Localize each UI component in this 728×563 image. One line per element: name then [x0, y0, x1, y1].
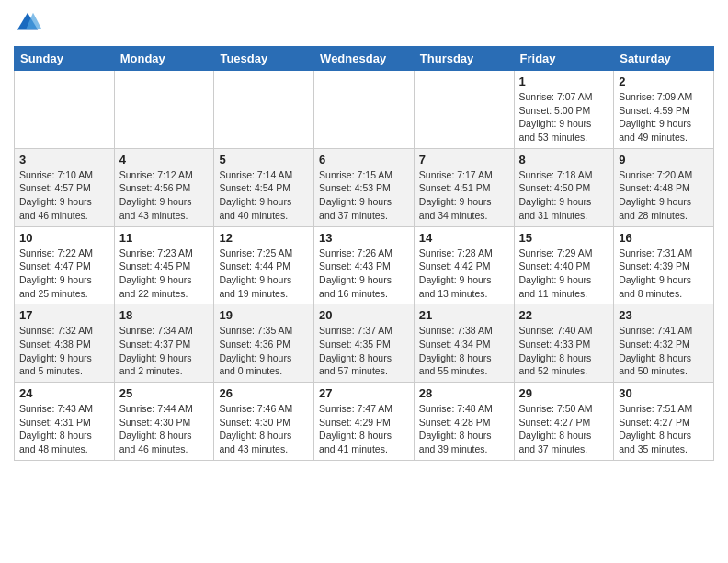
day-number: 5: [219, 153, 309, 167]
day-cell: [15, 71, 115, 149]
day-info: Sunrise: 7:41 AM Sunset: 4:32 PM Dayligh…: [619, 324, 709, 378]
calendar-header: SundayMondayTuesdayWednesdayThursdayFrid…: [15, 47, 714, 71]
day-number: 16: [619, 231, 709, 245]
day-info: Sunrise: 7:20 AM Sunset: 4:48 PM Dayligh…: [619, 168, 709, 223]
day-cell: 19Sunrise: 7:35 AM Sunset: 4:36 PM Dayli…: [214, 304, 314, 383]
day-number: 28: [419, 386, 509, 400]
day-info: Sunrise: 7:34 AM Sunset: 4:37 PM Dayligh…: [119, 324, 210, 378]
day-cell: 6Sunrise: 7:15 AM Sunset: 4:53 PM Daylig…: [314, 148, 415, 226]
day-number: 14: [419, 231, 509, 245]
day-number: 22: [519, 308, 609, 322]
day-cell: 8Sunrise: 7:18 AM Sunset: 4:50 PM Daylig…: [514, 148, 614, 226]
day-cell: 28Sunrise: 7:48 AM Sunset: 4:28 PM Dayli…: [414, 383, 514, 461]
day-number: 17: [19, 308, 109, 322]
day-info: Sunrise: 7:07 AM Sunset: 5:00 PM Dayligh…: [519, 90, 609, 144]
day-info: Sunrise: 7:40 AM Sunset: 4:33 PM Dayligh…: [519, 324, 609, 378]
day-cell: 30Sunrise: 7:51 AM Sunset: 4:27 PM Dayli…: [614, 383, 714, 461]
logo: [14, 9, 45, 37]
day-cell: [414, 71, 514, 149]
day-info: Sunrise: 7:15 AM Sunset: 4:53 PM Dayligh…: [319, 168, 409, 223]
day-number: 13: [319, 231, 409, 245]
day-cell: 25Sunrise: 7:44 AM Sunset: 4:30 PM Dayli…: [114, 383, 214, 461]
day-number: 12: [219, 231, 309, 245]
day-cell: 27Sunrise: 7:47 AM Sunset: 4:29 PM Dayli…: [314, 383, 415, 461]
day-cell: 3Sunrise: 7:10 AM Sunset: 4:57 PM Daylig…: [15, 148, 115, 226]
calendar-container: SundayMondayTuesdayWednesdayThursdayFrid…: [0, 0, 728, 470]
day-cell: 18Sunrise: 7:34 AM Sunset: 4:37 PM Dayli…: [114, 304, 214, 383]
day-number: 29: [519, 386, 609, 400]
day-cell: 20Sunrise: 7:37 AM Sunset: 4:35 PM Dayli…: [314, 304, 415, 383]
week-row-0: 1Sunrise: 7:07 AM Sunset: 5:00 PM Daylig…: [15, 71, 714, 149]
day-number: 23: [619, 308, 709, 322]
week-row-3: 17Sunrise: 7:32 AM Sunset: 4:38 PM Dayli…: [15, 304, 714, 383]
day-info: Sunrise: 7:14 AM Sunset: 4:54 PM Dayligh…: [219, 168, 309, 223]
day-info: Sunrise: 7:38 AM Sunset: 4:34 PM Dayligh…: [419, 324, 509, 378]
day-number: 27: [319, 386, 409, 400]
day-cell: [214, 71, 314, 149]
day-info: Sunrise: 7:35 AM Sunset: 4:36 PM Dayligh…: [219, 324, 309, 378]
col-header-wednesday: Wednesday: [314, 47, 415, 71]
day-number: 6: [319, 153, 409, 167]
day-cell: 11Sunrise: 7:23 AM Sunset: 4:45 PM Dayli…: [114, 226, 214, 304]
day-info: Sunrise: 7:22 AM Sunset: 4:47 PM Dayligh…: [19, 247, 109, 301]
day-info: Sunrise: 7:46 AM Sunset: 4:30 PM Dayligh…: [219, 402, 309, 456]
day-number: 20: [319, 308, 409, 322]
day-info: Sunrise: 7:51 AM Sunset: 4:27 PM Dayligh…: [619, 402, 709, 456]
day-info: Sunrise: 7:32 AM Sunset: 4:38 PM Dayligh…: [19, 324, 109, 378]
header-row: SundayMondayTuesdayWednesdayThursdayFrid…: [15, 47, 714, 71]
col-header-saturday: Saturday: [614, 47, 714, 71]
day-cell: 23Sunrise: 7:41 AM Sunset: 4:32 PM Dayli…: [614, 304, 714, 383]
day-number: 1: [519, 75, 609, 88]
day-number: 8: [519, 153, 609, 167]
day-info: Sunrise: 7:18 AM Sunset: 4:50 PM Dayligh…: [519, 168, 609, 223]
day-info: Sunrise: 7:25 AM Sunset: 4:44 PM Dayligh…: [219, 247, 309, 301]
day-cell: 4Sunrise: 7:12 AM Sunset: 4:56 PM Daylig…: [114, 148, 214, 226]
day-info: Sunrise: 7:31 AM Sunset: 4:39 PM Dayligh…: [619, 247, 709, 301]
day-cell: 10Sunrise: 7:22 AM Sunset: 4:47 PM Dayli…: [15, 226, 115, 304]
day-cell: 13Sunrise: 7:26 AM Sunset: 4:43 PM Dayli…: [314, 226, 415, 304]
day-cell: 29Sunrise: 7:50 AM Sunset: 4:27 PM Dayli…: [514, 383, 614, 461]
week-row-4: 24Sunrise: 7:43 AM Sunset: 4:31 PM Dayli…: [15, 383, 714, 461]
day-info: Sunrise: 7:09 AM Sunset: 4:59 PM Dayligh…: [619, 90, 709, 144]
day-info: Sunrise: 7:12 AM Sunset: 4:56 PM Dayligh…: [119, 168, 210, 223]
day-cell: 15Sunrise: 7:29 AM Sunset: 4:40 PM Dayli…: [514, 226, 614, 304]
day-number: 24: [19, 386, 109, 400]
day-cell: 12Sunrise: 7:25 AM Sunset: 4:44 PM Dayli…: [214, 226, 314, 304]
day-cell: 1Sunrise: 7:07 AM Sunset: 5:00 PM Daylig…: [514, 71, 614, 149]
header: [14, 9, 714, 37]
day-info: Sunrise: 7:50 AM Sunset: 4:27 PM Dayligh…: [519, 402, 609, 456]
day-info: Sunrise: 7:26 AM Sunset: 4:43 PM Dayligh…: [319, 247, 409, 301]
day-info: Sunrise: 7:17 AM Sunset: 4:51 PM Dayligh…: [419, 168, 509, 223]
col-header-monday: Monday: [114, 47, 214, 71]
day-info: Sunrise: 7:23 AM Sunset: 4:45 PM Dayligh…: [119, 247, 210, 301]
day-info: Sunrise: 7:37 AM Sunset: 4:35 PM Dayligh…: [319, 324, 409, 378]
day-cell: 5Sunrise: 7:14 AM Sunset: 4:54 PM Daylig…: [214, 148, 314, 226]
day-number: 2: [619, 75, 709, 88]
day-cell: 9Sunrise: 7:20 AM Sunset: 4:48 PM Daylig…: [614, 148, 714, 226]
week-row-1: 3Sunrise: 7:10 AM Sunset: 4:57 PM Daylig…: [15, 148, 714, 226]
day-cell: 7Sunrise: 7:17 AM Sunset: 4:51 PM Daylig…: [414, 148, 514, 226]
day-cell: 14Sunrise: 7:28 AM Sunset: 4:42 PM Dayli…: [414, 226, 514, 304]
col-header-sunday: Sunday: [15, 47, 115, 71]
day-info: Sunrise: 7:44 AM Sunset: 4:30 PM Dayligh…: [119, 402, 210, 456]
day-cell: 26Sunrise: 7:46 AM Sunset: 4:30 PM Dayli…: [214, 383, 314, 461]
col-header-tuesday: Tuesday: [214, 47, 314, 71]
day-cell: 2Sunrise: 7:09 AM Sunset: 4:59 PM Daylig…: [614, 71, 714, 149]
day-number: 25: [119, 386, 210, 400]
day-number: 18: [119, 308, 210, 322]
day-number: 30: [619, 386, 709, 400]
day-cell: [314, 71, 415, 149]
logo-icon: [14, 9, 41, 37]
day-number: 3: [19, 153, 109, 167]
day-info: Sunrise: 7:43 AM Sunset: 4:31 PM Dayligh…: [19, 402, 109, 456]
week-row-2: 10Sunrise: 7:22 AM Sunset: 4:47 PM Dayli…: [15, 226, 714, 304]
day-cell: 21Sunrise: 7:38 AM Sunset: 4:34 PM Dayli…: [414, 304, 514, 383]
day-number: 4: [119, 153, 210, 167]
day-cell: 17Sunrise: 7:32 AM Sunset: 4:38 PM Dayli…: [15, 304, 115, 383]
day-number: 19: [219, 308, 309, 322]
day-info: Sunrise: 7:28 AM Sunset: 4:42 PM Dayligh…: [419, 247, 509, 301]
day-info: Sunrise: 7:47 AM Sunset: 4:29 PM Dayligh…: [319, 402, 409, 456]
day-cell: 16Sunrise: 7:31 AM Sunset: 4:39 PM Dayli…: [614, 226, 714, 304]
day-info: Sunrise: 7:29 AM Sunset: 4:40 PM Dayligh…: [519, 247, 609, 301]
col-header-friday: Friday: [514, 47, 614, 71]
